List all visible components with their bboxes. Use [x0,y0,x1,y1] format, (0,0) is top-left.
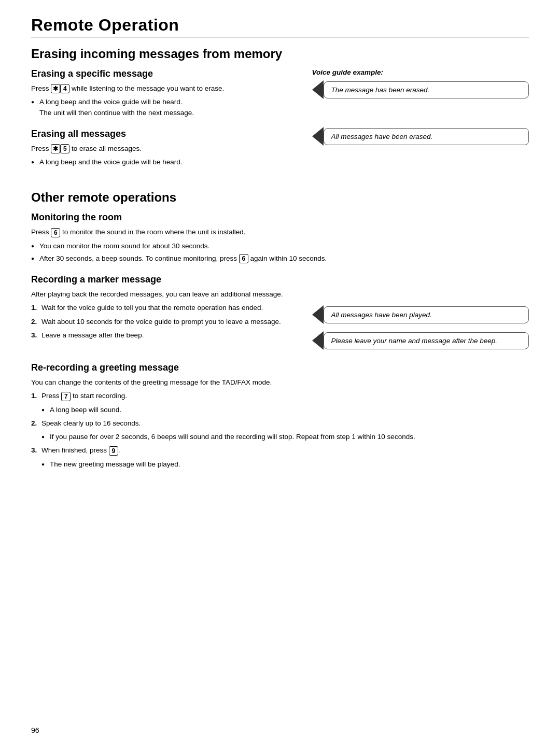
rerecording-step3: 3. When finished, press 9. [31,445,529,456]
page-title: Remote Operation [31,16,529,35]
key-star2: ✱ [51,144,60,153]
erase-specific-heading: Erasing a specific message [31,68,297,79]
erase-all-body: Press ✱5 to erase all messages. [31,144,297,154]
rerecording-step2: 2. Speak clearly up to 16 seconds. [31,418,529,429]
voice-box-4: Please leave your name and message after… [324,332,529,349]
voice-box-2: All messages have been erased. [324,128,529,145]
erase-specific-section: Erasing a specific message Press ✱4 whil… [31,68,297,118]
right-col-spacer [312,274,529,305]
erase-specific-bullet1: A long beep and the voice guide will be … [31,97,297,118]
rerecording-section: Re-recording a greeting message You can … [31,362,529,470]
voice-arrow-1 [312,80,324,99]
key-7: 7 [61,392,71,401]
monitoring-bullet1: You can monitor the room sound for about… [31,241,529,251]
section1-heading: Erasing incoming messages from memory [31,47,529,61]
title-divider [31,37,529,37]
voice-arrow-3 [312,305,324,324]
page-number: 96 [31,726,39,734]
key-9: 9 [109,446,118,456]
voice-arrow-2 [312,127,324,146]
voice-guide-label: Voice guide example: [312,68,529,76]
erase-specific-body: Press ✱4 while listening to the message … [31,83,297,94]
recording-left: Recording a marker message After playing… [31,274,297,357]
monitoring-section: Monitoring the room Press 6 to monitor t… [31,212,529,264]
section2-heading: Other remote operations [31,190,529,205]
section1-right: Voice guide example: The message has bee… [312,68,529,178]
key-6: 6 [51,228,60,237]
recording-heading: Recording a marker message [31,274,297,285]
voice-box-2-wrapper: All messages have been erased. [312,127,529,146]
rerecording-body: You can change the contents of the greet… [31,377,529,388]
rerecording-step2-bullet: If you pause for over 2 seconds, 6 beeps… [41,432,529,442]
monitoring-body: Press 6 to monitor the sound in the room… [31,227,529,237]
key-star: ✱ [51,84,60,93]
recording-layout: Recording a marker message After playing… [31,274,529,357]
voice-box-3: All messages have been played. [324,306,529,323]
monitoring-bullet2: After 30 seconds, a beep sounds. To cont… [31,253,529,264]
erase-all-bullet1: A long beep and the voice guide will be … [31,157,297,167]
erase-all-heading: Erasing all messages [31,129,297,139]
recording-right: All messages have been played. Please le… [312,274,529,357]
rerecording-step1: 1. Press 7 to start recording. [31,391,529,401]
recording-section: Recording a marker message After playing… [31,274,297,341]
rerecording-heading: Re-recording a greeting message [31,362,529,373]
rerecording-step3-bullet: The new greeting message will be played. [41,459,529,470]
recording-step1: 1. Wait for the voice guide to tell you … [31,303,297,313]
voice-arrow-4 [312,331,324,350]
key-5: 5 [60,144,69,153]
rerecording-step1-bullet: A long beep will sound. [41,405,529,415]
section1-layout: Erasing a specific message Press ✱4 whil… [31,68,529,178]
recording-step2: 2. Wait about 10 seconds for the voice g… [31,317,297,327]
recording-body: After playing back the recorded messages… [31,289,297,300]
key-4: 4 [60,84,69,93]
voice-box-3-wrapper: All messages have been played. [312,305,529,324]
voice-box-1-wrapper: The message has been erased. [312,80,529,99]
voice-box-1: The message has been erased. [324,81,529,98]
voice-box-4-wrapper: Please leave your name and message after… [312,331,529,350]
recording-step3: 3. Leave a message after the beep. [31,330,297,341]
page-container: Remote Operation Erasing incoming messag… [0,0,560,750]
erase-all-section: Erasing all messages Press ✱5 to erase a… [31,129,297,168]
key-6b: 6 [239,254,248,263]
section1-left: Erasing a specific message Press ✱4 whil… [31,68,297,178]
monitoring-heading: Monitoring the room [31,212,529,223]
